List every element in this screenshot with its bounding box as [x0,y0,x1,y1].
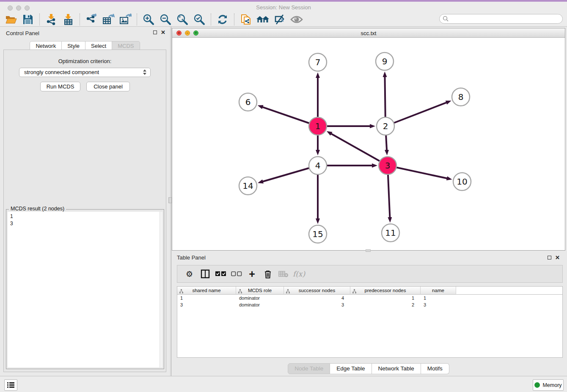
control-panel-header: Control Panel ✕ [0,27,170,39]
graph-node-1[interactable]: 1 [309,117,327,135]
graph-node-8[interactable]: 8 [452,88,470,106]
network-window-title: scc.txt [172,30,565,36]
toolbar-separator [137,14,137,25]
horizontal-splitter-grip[interactable] [366,249,371,252]
cell-shared-name[interactable]: 1 [177,295,236,301]
svg-text:2: 2 [383,121,388,131]
task-history-button[interactable] [4,379,17,391]
unselect-all-columns-icon[interactable] [228,267,244,281]
delete-column-icon[interactable] [260,267,275,281]
graph-node-14[interactable]: 14 [239,177,257,195]
network-window-titlebar[interactable]: × − + scc.txt [172,28,565,38]
zoom-selected-icon[interactable] [191,13,208,26]
graph-node-2[interactable]: 2 [377,117,394,135]
select-all-columns-icon[interactable] [213,267,228,281]
save-session-icon[interactable] [19,13,36,26]
graph-node-6[interactable]: 6 [239,93,257,111]
column-header-name[interactable]: name [421,287,456,295]
toolbar-separator [234,14,234,25]
cell-shared-name[interactable]: 3 [177,301,236,308]
edge-3-1[interactable] [330,133,388,166]
window-titlebar: Session: New Session [0,2,567,12]
search-input[interactable] [439,14,563,24]
graph-node-15[interactable]: 15 [309,225,327,243]
import-table-icon[interactable] [60,13,77,26]
search-icon [443,16,449,23]
column-label: shared name [192,288,220,293]
tab-motifs[interactable]: Motifs [421,363,449,374]
import-network-icon[interactable] [43,13,60,26]
column-header-predecessor-nodes[interactable]: predecessor nodes [350,287,421,295]
toolbar-separator [39,14,40,25]
svg-text:6: 6 [245,97,251,107]
table-row[interactable]: 3dominator323 [177,301,562,308]
cell-MCDS-role[interactable]: dominator [236,301,284,308]
tab-node-table[interactable]: Node Table [288,363,330,374]
export-table-icon[interactable] [100,13,117,26]
cell-successor-nodes[interactable]: 3 [284,301,350,308]
zoom-out-icon[interactable] [157,13,174,26]
node-table[interactable]: shared nameMCDS rolesuccessor nodesprede… [177,286,563,358]
cell-successor-nodes[interactable]: 4 [284,295,350,301]
zoom-fit-icon[interactable] [174,13,191,26]
vertical-splitter-grip[interactable] [168,197,172,203]
delete-table-icon[interactable] [275,267,291,281]
graph-node-7[interactable]: 7 [309,53,327,71]
search-field [439,14,563,24]
application-window: Session: New Session [0,0,567,392]
close-panel-button[interactable]: Close panel [86,82,130,91]
open-session-icon[interactable] [3,13,19,26]
table-options-icon[interactable]: ⚙ [182,267,197,281]
mcds-result-list[interactable]: 13 [8,212,162,367]
function-builder-icon[interactable]: f(x) [291,267,307,281]
eye-icon[interactable] [288,13,305,26]
column-type-icon [286,288,290,296]
graph-node-10[interactable]: 10 [453,173,471,190]
toolbar-separator [211,14,211,25]
copy-network-icon[interactable] [237,13,254,26]
tab-edge-table[interactable]: Edge Table [330,363,372,374]
export-network-icon[interactable] [83,13,100,26]
cell-MCDS-role[interactable]: dominator [236,295,284,301]
graph-node-11[interactable]: 11 [382,224,399,242]
column-header-MCDS-role[interactable]: MCDS role [236,287,284,295]
add-column-icon[interactable]: + [244,267,260,281]
memory-button[interactable]: Memory [533,379,564,391]
close-table-panel-icon[interactable]: ✕ [555,256,560,260]
close-panel-icon[interactable]: ✕ [161,30,165,35]
home-icon[interactable] [254,13,271,26]
column-header-successor-nodes[interactable]: successor nodes [284,287,350,295]
tab-network-table[interactable]: Network Table [372,363,421,374]
cell-name[interactable]: 3 [421,301,456,308]
cell-predecessor-nodes[interactable]: 2 [350,301,421,308]
result-item: 3 [10,220,160,227]
svg-text:9: 9 [382,56,388,66]
table-row[interactable]: 1dominator411 [177,295,562,301]
column-header-shared-name[interactable]: shared name [177,287,236,295]
edge-2-8[interactable] [385,102,447,126]
float-panel-icon[interactable] [153,30,157,34]
cell-name[interactable]: 1 [421,295,456,301]
criterion-select[interactable]: strongly connected component [19,68,151,77]
network-canvas[interactable]: 1234678910111415 [172,38,565,250]
float-table-panel-icon[interactable] [548,256,551,259]
column-label: name [432,288,444,293]
cell-predecessor-nodes[interactable]: 1 [350,295,421,301]
refresh-icon[interactable] [214,13,231,26]
result-item: 1 [10,213,160,220]
svg-text:3: 3 [385,160,391,171]
table-body: 1dominator4113dominator323 [177,295,562,308]
zoom-in-icon[interactable] [140,13,157,26]
table-panel-title: Table Panel [177,254,206,261]
graph-node-3[interactable]: 3 [379,157,396,174]
svg-text:1: 1 [315,121,321,131]
column-panel-icon[interactable] [197,267,213,281]
label-visibility-icon[interactable] [271,13,288,26]
run-mcds-button[interactable]: Run MCDS [40,82,80,91]
control-panel-title: Control Panel [6,30,39,36]
export-image-icon[interactable] [117,13,134,26]
graph-node-9[interactable]: 9 [376,52,394,70]
graph-node-4[interactable]: 4 [309,157,327,174]
result-scrollbar[interactable] [160,212,162,367]
memory-status-icon [534,382,540,388]
